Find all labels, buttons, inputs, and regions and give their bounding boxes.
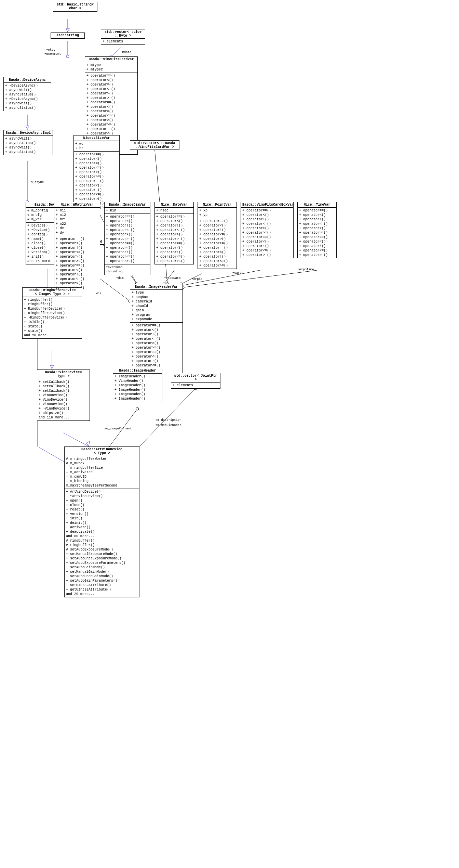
box-nice-time-var: Nice::TimeVar + operator==() + operator<… (297, 202, 337, 258)
box-basda-image-dim-var-title: Basda::ImageDimVar (105, 202, 150, 208)
box-basda-image-dim-var: Basda::ImageDimVar + bin + operator==() … (104, 202, 150, 275)
svg-text:-m_imageCurrent: -m_imageCurrent (104, 427, 132, 430)
box-basda-art-vino-device-title: Basda::ArtVinoDevice< Type > (65, 447, 139, 456)
box-std-basic-string: std::basic_string< char > (53, 2, 97, 12)
svg-text:+dim: +dim (116, 276, 124, 280)
box-std-vector-nice-byte: std::vector< ::lce::Byte > + elements (101, 29, 145, 45)
box-std-vector-basda-vino-title: std::vector< ::Basda::VinoFitsCardVar > (130, 141, 179, 150)
svg-text:+expoDate: +expoDate (164, 276, 181, 280)
box-std-vector-nice-byte-section: + elements (101, 39, 145, 44)
svg-text:+wcs: +wcs (94, 292, 102, 295)
box-basda-device-async-impl: Basda::DeviceAsyncImpl + asyncWait() + a… (3, 130, 53, 155)
svg-line-35 (181, 270, 260, 286)
box-basda-device-async-impl-title: Basda::DeviceAsyncImpl (4, 130, 53, 136)
svg-marker-10 (26, 126, 29, 129)
svg-marker-1 (66, 28, 69, 32)
svg-text:+crpix: +crpix (191, 277, 202, 281)
svg-point-3 (66, 55, 69, 58)
uml-diagram: +mkey +mcomment +mdata +s_async +element… (0, 0, 459, 868)
svg-text:+expoTime: +expoTime (297, 268, 314, 271)
box-basda-vino-device: Basda::VinoDevice<Type > + setCallback()… (37, 370, 90, 421)
box-nice-wmatrix-var-title: Nice::WMatrixVar (54, 202, 100, 208)
svg-text:#m_description: #m_description (156, 418, 181, 422)
box-basda-vino-fits-card-box-var: Basda::VinoFitsCardBoxVar + operator==()… (241, 202, 294, 258)
box-std-vector-nice-byte-title: std::vector< ::lce::Byte > (101, 29, 145, 39)
box-basda-ringbuffer-device: Basda::RingbufferDevice< Image< Type > >… (22, 287, 82, 339)
svg-line-52 (109, 409, 137, 446)
box-basda-device-async-title: Basda::DeviceAsync (4, 77, 51, 83)
box-std-string-title: std::string (51, 33, 84, 38)
box-basda-art-vino-device: Basda::ArtVinoDevice< Type > # m_ringbuf… (64, 446, 139, 597)
box-nice-time-var-title: Nice::TimeVar (298, 202, 336, 208)
box-basda-image-header-title: Basda::ImageHeader (113, 368, 162, 374)
svg-text:+mdata: +mdata (120, 51, 132, 54)
box-nice-size-var-title: Nice::SizeVar (74, 135, 119, 141)
box-basda-device-async: Basda::DeviceAsync + ~DeviceAsync() + as… (3, 77, 51, 111)
svg-text:#m_moduleNodes: #m_moduleNodes (156, 424, 181, 427)
svg-text:+mkey: +mkey (46, 48, 56, 52)
box-basda-image-header-var: Basda::ImageHeaderVar + type + seqNum + … (130, 284, 183, 373)
svg-line-43 (63, 433, 89, 446)
box-std-basic-string-title: std::basic_string< char > (53, 2, 97, 11)
box-std-vector-joinptr: std::vector< JointPtr > + elements (171, 373, 220, 389)
svg-point-53 (136, 407, 139, 410)
box-basda-vino-device-title: Basda::VinoDevice<Type > (37, 370, 90, 379)
box-std-vector-basda-vino: std::vector< ::Basda::VinoFitsCardVar > (130, 140, 179, 150)
box-nice-point-var-title: Nice::PointVar (198, 202, 237, 208)
svg-line-6 (111, 46, 122, 56)
svg-line-38 (183, 270, 317, 287)
box-std-string: std::string (51, 33, 85, 39)
svg-marker-42 (50, 365, 54, 369)
svg-marker-44 (86, 441, 90, 446)
svg-text:+s_async: +s_async (29, 181, 44, 184)
svg-text:+card: +card (232, 271, 242, 275)
box-nice-wmatrix-var: Nice::WMatrixVar + m11 + m12 + m21 + m22… (54, 202, 100, 291)
svg-text:+mcomment: +mcomment (44, 52, 61, 56)
box-basda-vino-fits-card-var-title: Basda::VinoFitsCardVar (85, 57, 137, 62)
box-basda-image-header-var-title: Basda::ImageHeaderVar (130, 284, 183, 290)
box-nice-point-var: Nice::PointVar + xp + yp + operator==() … (198, 202, 237, 269)
box-basda-ringbuffer-device-title: Basda::RingbufferDevice< Image< Type > > (23, 288, 82, 297)
box-basda-image-header: Basda::ImageHeader + ImageHeader() + Vin… (113, 368, 162, 402)
box-basda-vino-fits-card-box-var-title: Basda::VinoFitsCardBoxVar (241, 202, 293, 208)
svg-line-23 (100, 279, 130, 301)
box-nice-date-var: Nice::DateVar + nsec + operator==() + op… (154, 202, 194, 264)
box-std-vector-joinptr-title: std::vector< JointPtr > (171, 373, 220, 383)
svg-line-48 (38, 446, 64, 462)
svg-line-32 (181, 274, 202, 284)
box-nice-size-var: Nice::SizeVar + wd + ht + operator==() +… (73, 135, 120, 211)
arrows-svg: +mkey +mcomment +mdata +s_async +element… (0, 0, 459, 868)
box-nice-date-var-title: Nice::DateVar (155, 202, 193, 208)
svg-line-29 (164, 270, 174, 284)
